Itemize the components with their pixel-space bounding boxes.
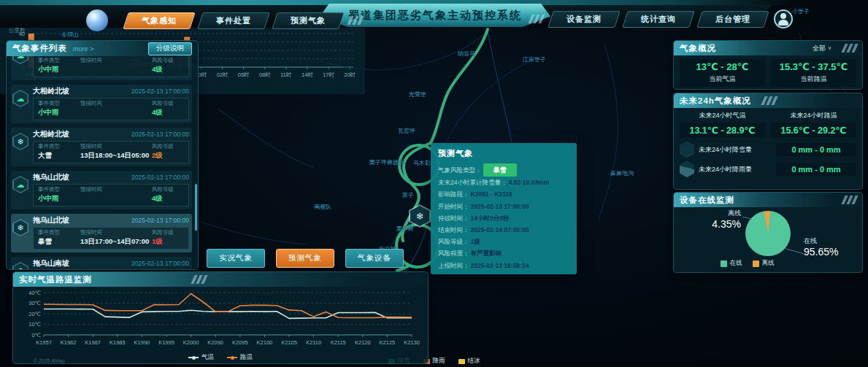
nav-tab-预测气象[interactable]: 预测气象: [272, 12, 344, 29]
popup-field-label: 影响路段：: [438, 188, 469, 200]
rain-icon: ☁: [12, 90, 28, 107]
header-deco-left: [349, 16, 362, 25]
rainfall-icon: ☁: [680, 161, 694, 177]
nav-tab-设备监测[interactable]: 设备监测: [548, 11, 620, 28]
panel-deco: [193, 275, 206, 284]
nav-tab-后台管理[interactable]: 后台管理: [696, 11, 769, 28]
event-risk-value: 1级: [152, 237, 184, 247]
event-list-item[interactable]: ❄ 大相岭北坡 2025-02-13 17:00:00 事件类型 预报时间 风险…: [11, 128, 192, 166]
nav-tab-气象感知[interactable]: 气象感知: [123, 12, 195, 29]
svg-text:K2130: K2130: [404, 339, 420, 346]
field-label-risk: 风险等级: [152, 100, 184, 107]
popup-field-value: 14小时0分0秒: [471, 212, 510, 224]
svg-text:K1990: K1990: [134, 339, 150, 346]
svg-text:K1985: K1985: [110, 339, 126, 346]
tab-label: 设备监测: [566, 14, 602, 25]
event-list-item[interactable]: ❄ 拖乌山北坡 2025-02-13 17:00:00 事件类型 预报时间 风险…: [11, 214, 192, 252]
tab-label: 预测气象: [291, 15, 326, 26]
temp-line-chart-panel: 实时气温路温监测 0℃10℃20℃30℃40℃K1957K1962K1967K1…: [12, 271, 429, 364]
map-place-label: 江家堡子: [523, 55, 546, 63]
user-avatar[interactable]: [774, 9, 793, 28]
tab-label: 后台管理: [715, 14, 750, 25]
popup-row: 风险程度：有严重影响: [438, 247, 569, 259]
snow-icon: ❄: [12, 219, 28, 236]
svg-text:K2100: K2100: [257, 339, 273, 346]
event-forecast-value: 13日18:00~14日05:00: [80, 151, 152, 161]
next24h-road-temp-label: 未来24小时路温: [771, 111, 856, 120]
map-button-气象设备[interactable]: 气象设备: [345, 249, 404, 268]
event-list-item[interactable]: ☁ 大相岭北坡 2025-02-13 17:00:00 事件类型 预报时间 风险…: [11, 85, 192, 123]
pie-legend: 在线离线: [674, 259, 821, 268]
event-list-item[interactable]: ❄ 拖乌山南坡 2025-02-13 17:00:00 事件类型 预报时间 风险…: [11, 257, 192, 269]
popup-row: 气象风险类型：暴雪: [438, 163, 569, 177]
forecast-popup: 预测气象 气象风险类型：暴雪未来24小时累计降雪量：4.82-10.03mm影响…: [431, 143, 577, 274]
field-label-risk: 风险等级: [152, 186, 184, 193]
map-place-label: 栗子树: [396, 225, 414, 233]
field-label-type: 事件类型: [38, 57, 80, 64]
temp-chart-title: 实时气温路温监测: [19, 274, 92, 285]
popup-field-value: 2025-02-14 07:00:00: [471, 224, 529, 236]
legend-swatch: [753, 260, 759, 267]
grading-info-button[interactable]: 分级说明: [148, 42, 192, 55]
svg-text:10℃: 10℃: [28, 321, 41, 328]
legend-label: 结冰: [468, 357, 480, 366]
event-timestamp: 2025-02-13 17:00:00: [131, 260, 189, 267]
next24h-snowfall-label: 未来24小时降雪量: [699, 145, 772, 155]
legend-item[interactable]: 路温: [227, 353, 253, 362]
svg-text:K2115: K2115: [331, 339, 346, 346]
current-road-temp-value: 15.3℃ - 37.5℃: [771, 61, 856, 72]
panel-deco: [843, 196, 856, 204]
field-label-type: 事件类型: [38, 229, 80, 236]
svg-text:K1967: K1967: [85, 339, 101, 346]
nav-tab-事件处置[interactable]: 事件处置: [197, 12, 269, 29]
event-forecast-value: 13日17:00~14日07:00: [80, 237, 152, 247]
rain-icon: ☁: [12, 56, 28, 64]
popup-field-label: 持续时间：: [438, 212, 469, 224]
map-place-label: 瓦窑坪: [398, 127, 415, 135]
current-road-temp-box: 15.3℃ - 37.5℃ 当前路温: [771, 59, 856, 87]
popup-row: 持续时间：14小时0分0秒: [438, 212, 569, 224]
current-road-temp-label: 当前路温: [771, 74, 856, 84]
event-list-title: 气象事件列表: [12, 43, 67, 54]
legend-item[interactable]: 结冰: [458, 357, 480, 366]
event-location: 大相岭北坡: [33, 129, 69, 139]
device-online-pie-chart[interactable]: [745, 211, 791, 256]
event-type-value: 小中雨: [38, 194, 80, 204]
event-timestamp: 2025-02-13 17:00:00: [131, 217, 189, 224]
temp-line-chart[interactable]: 0℃10℃20℃30℃40℃K1957K1962K1967K1985K1990K…: [18, 288, 423, 349]
svg-text:30℃: 30℃: [28, 300, 41, 306]
event-risk-value: 2级: [152, 151, 184, 161]
event-list-item[interactable]: ☁ 拖乌山北坡 2025-02-13 17:00:00 事件类型 预报时间 风险…: [11, 171, 192, 209]
more-link[interactable]: more >: [73, 45, 93, 53]
device-monitor-panel: 设备在线监测 离线 4.35% 在线 95.65% 在线离线: [673, 192, 863, 273]
snowfall-icon: ❄: [680, 142, 694, 158]
legend-item[interactable]: 气温: [188, 353, 214, 362]
event-risk-value: 4级: [152, 194, 184, 204]
svg-text:K1995: K1995: [158, 339, 174, 346]
event-timestamp: 2025-02-13 17:00:00: [131, 174, 189, 181]
device-monitor-title: 设备在线监测: [680, 195, 734, 206]
next24h-panel: 未来24h气象概况 未来24小时气温 未来24小时路温 13.1℃ - 28.9…: [673, 93, 863, 190]
event-list-item[interactable]: ☁ 事件类型 预报时间 风险等级 小中雨 4级: [11, 56, 192, 80]
event-risk-value: 4级: [152, 65, 184, 74]
map-button-预测气象[interactable]: 预测气象: [276, 249, 334, 268]
filter-dropdown[interactable]: 全部 ∨: [813, 44, 831, 53]
event-location: 拖乌山北坡: [33, 172, 69, 182]
legend-label: 在线: [730, 259, 742, 268]
snow-icon: ❄: [12, 133, 28, 150]
svg-text:K2125: K2125: [380, 339, 396, 346]
event-type-value: 小中雨: [38, 108, 80, 117]
list-scrollbar-thumb[interactable]: [195, 184, 197, 231]
top-bar: 蜀道集团恶劣气象主动预控系统 气象感知事件处置预测气象 设备监测统计查询后台管理: [0, 0, 868, 32]
field-label-forecast: 预报时间: [80, 100, 152, 107]
svg-text:K2000: K2000: [183, 339, 199, 346]
tab-label: 事件处置: [216, 15, 251, 26]
popup-field-label: 上报时间：: [438, 260, 469, 271]
next24h-air-temp-value: 13.1℃ - 28.9℃: [680, 123, 765, 138]
map-button-实况气象[interactable]: 实况气象: [207, 249, 265, 268]
field-label-risk: 风险等级: [152, 229, 184, 236]
popup-field-label: 结束时间：: [438, 224, 469, 236]
online-value: 95.65%: [804, 246, 838, 258]
popup-field-value: K2091 - K2115: [471, 188, 512, 200]
nav-tab-统计查询[interactable]: 统计查询: [622, 11, 694, 28]
